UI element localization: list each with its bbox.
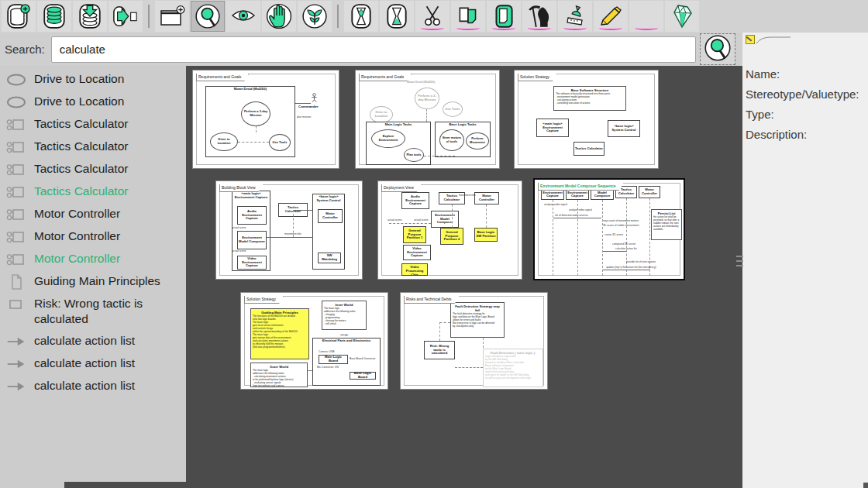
diagram-box: SW Watchdog (318, 253, 341, 263)
search-result-item[interactable]: calculate action list (0, 330, 186, 352)
diagram-thumbnail[interactable]: Solution StrategyBase Software Structure… (514, 70, 659, 169)
view-tool-button[interactable] (226, 1, 260, 32)
highlight-button[interactable] (594, 1, 628, 32)
new-model-button[interactable] (2, 1, 36, 32)
type-label: Type: (746, 108, 774, 121)
search-result-item[interactable]: Motor Controller (0, 203, 186, 225)
hourglass-start-button[interactable] (344, 1, 378, 32)
diagram-box: Environment Model Composer (431, 211, 459, 228)
yellow-node: Base Logic SW Partition (474, 228, 498, 242)
stamp-button[interactable] (558, 1, 592, 32)
risk-icon (6, 297, 26, 312)
result-label: Risk: Wrong tactic is calculated (34, 296, 184, 327)
search-button[interactable] (700, 33, 735, 65)
search-result-item[interactable]: Tactics Calculator (0, 158, 186, 180)
search-result-item[interactable]: Motor Controller (0, 248, 186, 270)
pan-tool-button[interactable] (262, 1, 296, 32)
result-label: Tactics Calculator (34, 139, 128, 154)
diagram-box: Environment Model Composer (237, 231, 267, 249)
search-result-item[interactable]: Tactics Calculator (0, 136, 186, 158)
toolbar-separator (148, 5, 150, 28)
diagram-title-tab: Environment Model Composer Sequence (538, 183, 624, 191)
diagram-thumbnail[interactable]: Building Block View«main logic» Environm… (215, 180, 363, 280)
part-icon (6, 117, 26, 132)
frame-plus-icon (159, 3, 185, 29)
diagram-box: Tactics Calculator (574, 142, 604, 156)
part-icon (6, 139, 26, 155)
dashed-line (426, 109, 427, 122)
search-result-item[interactable]: calculate action list (0, 352, 186, 375)
gem-icon (669, 3, 695, 29)
result-label: Motor Controller (34, 206, 120, 222)
part-icon (6, 184, 26, 200)
diagram-thumbnail[interactable]: Deployment ViewAudio Environment Capture… (377, 180, 522, 280)
dashed-line (293, 210, 294, 237)
magenta-underline (563, 26, 587, 30)
diagram-title-tab: Risks and Technical Debts (404, 296, 460, 304)
new-frame-button[interactable] (155, 1, 189, 32)
search-result-item[interactable]: Drive to Location (0, 68, 186, 91)
empty-slot-button[interactable] (629, 1, 663, 32)
diagram-text: actual scene (414, 218, 432, 222)
part-icon (6, 162, 26, 177)
description-label: Description: (746, 128, 807, 141)
diagram-thumbnail[interactable]: Environment Model Composer SequenceAudio… (533, 178, 685, 280)
grow-tool-button[interactable] (298, 1, 332, 32)
faded-usecase-ellipse: Drive to Location (370, 106, 393, 123)
connector-line (603, 251, 626, 252)
faded-usecase-ellipse: Use Tools (443, 101, 463, 117)
diagram-text: analyze audio signal (544, 203, 569, 206)
search-input[interactable] (51, 36, 696, 63)
part-icon (6, 252, 26, 267)
bottom-corner-tick (863, 483, 868, 488)
diagram-text: actual scene (232, 249, 250, 253)
search-result-item[interactable]: Risk: Wrong tactic is calculated (0, 293, 186, 330)
faded-note: Fault Detection ( main logic ):Logic and… (483, 349, 543, 387)
dashed-line (602, 200, 603, 276)
action-icon (6, 356, 26, 372)
zoom-tool-button[interactable] (191, 1, 225, 32)
diagram-thumbnail[interactable]: Requirements and GoalsMowe Droid (MoD5G)… (192, 70, 339, 169)
dashed-line (649, 198, 650, 276)
splitter-grip[interactable] (736, 256, 743, 266)
result-label: Drive to Location (34, 71, 124, 87)
note: Base Software StructureThe software is b… (553, 86, 626, 111)
import-model-button[interactable] (73, 1, 107, 32)
part-icon (6, 207, 26, 222)
dashed-line (455, 367, 483, 368)
connector-line (603, 270, 649, 270)
cut-button[interactable] (415, 1, 450, 32)
diagram-title-tab: Requirements and Goals (196, 74, 249, 81)
dashed-line (626, 198, 627, 276)
search-result-item[interactable]: Tactics Calculator (0, 180, 186, 203)
search-result-item[interactable]: Tactics Calculator (0, 113, 186, 136)
properties-panel: Name: Stereotype/Valuetype: Type: Descri… (742, 33, 868, 488)
panel-corner (746, 35, 790, 45)
export-model-button[interactable] (108, 1, 143, 32)
gem-button[interactable] (665, 1, 699, 32)
doc-icon (6, 274, 26, 290)
paste-button[interactable] (487, 1, 521, 32)
search-bar: Search: (0, 33, 742, 66)
search-result-item[interactable]: Drive to Location (0, 91, 186, 113)
search-result-item[interactable]: Motor Controller (0, 225, 186, 248)
diagram-thumbnail[interactable]: Requirements and GoalsMowe Droid (MoD5G)… (355, 70, 500, 169)
search-result-item[interactable]: calculate action list (0, 375, 186, 397)
dashed-line (553, 200, 553, 276)
eye-icon (230, 3, 257, 29)
diagram-canvas[interactable]: Requirements and GoalsMowe Droid (MoD5G)… (186, 66, 742, 488)
plant-icon (301, 3, 328, 29)
usecase-ellipse: Perform a 3-day Mission (241, 101, 270, 126)
action-icon (6, 334, 26, 349)
delete-button[interactable] (522, 1, 556, 32)
result-label: Guiding Main Principles (34, 273, 160, 289)
hourglass-done-button[interactable] (380, 1, 414, 32)
diagram-text: 3D scans of visible environment (603, 224, 643, 227)
note: Persist Listthe action list shall be per… (651, 209, 682, 240)
diagram-title-tab: Building Block View (219, 184, 264, 192)
model-store-button[interactable] (37, 1, 71, 32)
diagram-thumbnail[interactable]: Risks and Technical DebtsFault Detection… (400, 292, 548, 390)
search-result-item[interactable]: Guiding Main Principles (0, 270, 186, 293)
diagram-thumbnail[interactable]: Solution StrategyGuiding Main Principles… (240, 292, 388, 390)
copy-button[interactable] (451, 1, 485, 32)
